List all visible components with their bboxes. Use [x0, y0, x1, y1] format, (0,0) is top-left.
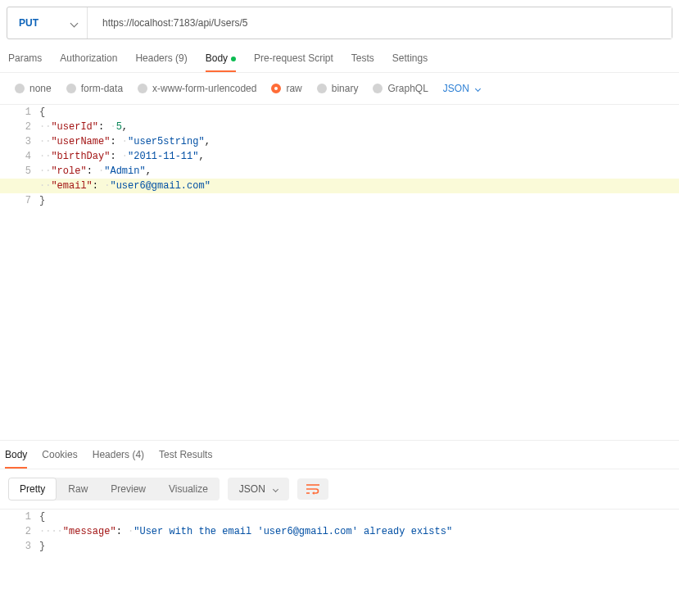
response-view-options: Pretty Raw Preview Visualize JSON	[0, 469, 679, 509]
chevron-down-icon	[70, 19, 79, 27]
radio-dot-icon	[317, 84, 327, 93]
resp-tab-test-results[interactable]: Test Results	[159, 449, 212, 469]
radio-dot-icon	[66, 84, 76, 93]
body-format-select[interactable]: JSON	[443, 83, 480, 94]
radio-label-none: none	[29, 83, 52, 94]
wrap-lines-button[interactable]	[297, 478, 328, 500]
view-visualize[interactable]: Visualize	[157, 478, 220, 500]
line-gutter: 123	[0, 510, 39, 554]
tab-authorization[interactable]: Authorization	[60, 52, 117, 72]
radio-label-binary: binary	[332, 83, 359, 94]
tab-body-label: Body	[206, 52, 228, 64]
response-tabs: Body Cookies Headers (4) Test Results	[0, 440, 679, 469]
url-input[interactable]	[88, 7, 672, 38]
dot-icon	[231, 57, 236, 61]
radio-dot-icon	[373, 84, 383, 93]
radio-label-raw: raw	[286, 83, 301, 94]
resp-tab-cookies[interactable]: Cookies	[42, 449, 77, 469]
tab-body[interactable]: Body	[206, 52, 236, 72]
response-format-label: JSON	[239, 483, 265, 495]
view-raw[interactable]: Raw	[57, 478, 99, 500]
radio-binary[interactable]: binary	[317, 83, 359, 94]
tab-settings[interactable]: Settings	[392, 52, 428, 72]
tab-tests[interactable]: Tests	[351, 52, 374, 72]
tab-params[interactable]: Params	[8, 52, 42, 72]
chevron-down-icon	[475, 85, 481, 91]
response-format-select[interactable]: JSON	[228, 478, 289, 500]
response-body-editor[interactable]: 123 {····"message": ·"User with the emai…	[0, 509, 679, 554]
request-url-bar: PUT	[7, 7, 672, 39]
tab-prerequest[interactable]: Pre-request Script	[254, 52, 333, 72]
body-type-row: none form-data x-www-form-urlencoded raw…	[0, 73, 679, 104]
resp-tab-headers[interactable]: Headers (4)	[93, 449, 144, 469]
radio-label-form-data: form-data	[81, 83, 123, 94]
radio-raw[interactable]: raw	[271, 83, 301, 94]
request-tabs: Params Authorization Headers (9) Body Pr…	[0, 39, 679, 73]
resp-tab-body[interactable]: Body	[5, 449, 27, 469]
tab-headers[interactable]: Headers (9)	[135, 52, 187, 72]
http-method-label: PUT	[19, 17, 38, 29]
radio-form-data[interactable]: form-data	[66, 83, 123, 94]
radio-dot-icon	[271, 84, 281, 93]
radio-dot-icon	[138, 84, 147, 93]
chevron-down-icon	[273, 486, 278, 491]
view-pretty[interactable]: Pretty	[8, 478, 57, 500]
view-preview[interactable]: Preview	[99, 478, 157, 500]
request-body-editor[interactable]: 1234567 {··"userId": ·5,··"userName": ·"…	[0, 104, 679, 208]
radio-label-graphql: GraphQL	[387, 83, 428, 94]
http-method-select[interactable]: PUT	[7, 7, 88, 38]
radio-graphql[interactable]: GraphQL	[373, 83, 428, 94]
radio-label-x-www: x-www-form-urlencoded	[152, 83, 256, 94]
radio-dot-icon	[15, 84, 25, 93]
radio-none[interactable]: none	[15, 83, 52, 94]
wrap-icon	[306, 483, 320, 495]
body-format-label: JSON	[443, 83, 469, 94]
radio-x-www-form-urlencoded[interactable]: x-www-form-urlencoded	[138, 83, 256, 94]
response-view-segmented: Pretty Raw Preview Visualize	[8, 478, 220, 500]
